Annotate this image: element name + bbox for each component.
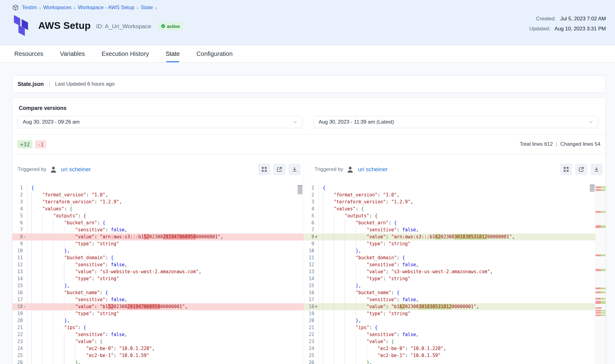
panel-header: Triggered by uri scheiner (304, 154, 606, 185)
changed-lines: Changed lines 54 (560, 141, 600, 147)
code-line: 9 "type": "string" (304, 240, 606, 247)
package-cube-icon (12, 4, 19, 11)
tab-configuration[interactable]: Configuration (196, 46, 233, 62)
created-label: Created: (536, 16, 556, 22)
code-line: 20 }, (12, 317, 304, 324)
code-line: 5 "outputs": { (304, 213, 606, 219)
code-line: 21 "ips": { (304, 324, 606, 331)
code-line: 20 }, (304, 317, 606, 324)
code-line: 25 "ec2-be-1": "10.0.1.59" (12, 352, 304, 359)
breadcrumb-state[interactable]: State (141, 5, 153, 11)
code-line: 14 "type": "string" (12, 275, 304, 282)
code-line: 23 "value": { (304, 338, 606, 345)
chevron-down-icon (292, 119, 298, 125)
code-line: 26 }, (12, 359, 304, 364)
version-select-right-value: Aug 30, 2023 - 11:39 am (Latest) (319, 119, 394, 125)
code-line: 14 "type": "string" (304, 275, 606, 282)
triggered-by-label: Triggered by (315, 166, 343, 172)
code-line: 6 "bucket_arn": { (12, 219, 304, 226)
code-line: 3 "terraform_version": "1.2.9", (304, 199, 606, 206)
added-lines-chip: +32 (18, 140, 32, 148)
code-line: 18+ "value": "b1620230830183853181200000… (304, 303, 606, 310)
state-file-bar: State.json | Last Updated 6 hours ago (12, 76, 606, 93)
code-line: 2 "format_version": "1.0", (12, 192, 304, 199)
code-line: 4 "values": { (12, 206, 304, 213)
code-editor-new[interactable]: 1{2 "format_version": "1.0",3 "terraform… (304, 185, 606, 364)
breadcrumb-workspaces[interactable]: Workspaces (43, 5, 71, 11)
version-select-left[interactable]: Aug 30, 2023 - 09:26 am (18, 116, 302, 128)
code-line: 10 }, (12, 247, 304, 254)
total-lines: Total lines 612 (520, 141, 553, 147)
divider: | (49, 81, 50, 88)
diff-panel-old: Triggered by uri scheiner (12, 154, 304, 364)
person-icon (50, 165, 57, 173)
status-badge-label: active (167, 24, 180, 29)
terraform-logo (12, 15, 30, 36)
breadcrumb-separator: › (74, 5, 75, 10)
removed-lines-chip: -1 (35, 140, 46, 148)
open-external-icon[interactable] (575, 164, 587, 175)
code-line: 16 "bucket_name": { (304, 289, 606, 296)
breadcrumb-separator: › (155, 5, 157, 10)
workspace-tabs: Resources Variables Execution History St… (0, 46, 615, 63)
triggered-by-user-link[interactable]: uri scheiner (358, 166, 388, 173)
code-line: 17 "sensitive": false, (304, 296, 606, 303)
code-line: 1{ (12, 185, 304, 192)
code-line: 23 "value": { (12, 338, 304, 345)
code-line: 17 "sensitive": false, (12, 296, 304, 303)
divider: | (556, 141, 557, 147)
breadcrumb-testim[interactable]: Testim (22, 5, 37, 11)
breadcrumb-separator: › (39, 5, 41, 10)
line-summary: Total lines 612 | Changed lines 54 (520, 141, 600, 147)
expand-icon[interactable] (560, 164, 572, 175)
updated-label: Updated: (529, 26, 550, 32)
state-last-updated: Last Updated 6 hours ago (55, 81, 114, 87)
open-external-icon[interactable] (273, 164, 285, 175)
tab-variables[interactable]: Variables (60, 46, 85, 62)
code-line: 21 "ips": { (12, 324, 304, 331)
code-line: 8- "value": "arn:aws:s3:::b1520230829194… (12, 233, 304, 240)
diff-panel-new: Triggered by uri scheiner (304, 154, 606, 364)
code-line: 25 "ec2-be-1": "10.0.1.59" (304, 352, 606, 359)
workspace-header: Testim › Workspaces › Workspace - AWS Se… (0, 0, 615, 46)
tab-state[interactable]: State (166, 46, 180, 62)
code-line: 24 "ec2-be-0": "10.0.1.220", (12, 345, 304, 352)
code-line: 10 }, (304, 247, 606, 254)
code-line: 22 "sensitive": false, (304, 331, 606, 338)
tab-resources[interactable]: Resources (14, 46, 43, 62)
code-line: 11 "bucket_domain": { (304, 254, 606, 261)
diff-overview-ruler[interactable] (595, 185, 606, 364)
triggered-by-user-link[interactable]: uri scheiner (61, 166, 91, 173)
code-line: 13 "value": "s3-website-us-west-2.amazon… (304, 268, 606, 275)
tab-execution-history[interactable]: Execution History (102, 46, 149, 62)
workspace-id: ID: A_Uri_Workspace (96, 23, 151, 30)
code-line: 15 }, (12, 282, 304, 289)
scrollbar-thumb[interactable] (298, 185, 302, 194)
version-select-right[interactable]: Aug 30, 2023 - 11:39 am (Latest) (313, 116, 598, 128)
code-line: 5 "outputs": { (12, 213, 304, 219)
code-line: 26 }, (304, 359, 606, 364)
compare-versions-heading: Compare versions (19, 105, 598, 111)
code-line: 24 "ec2-be-0": "10.0.1.220", (304, 345, 606, 352)
code-line: 8+ "value": "arn:aws:s3:::b1620230830183… (304, 233, 606, 240)
breadcrumb-separator: › (137, 5, 138, 10)
check-circle-icon (161, 24, 165, 28)
diff-counts-row: +32 -1 Total lines 612 | Changed lines 5… (12, 134, 606, 154)
triggered-by-label: Triggered by (18, 166, 46, 172)
download-icon[interactable] (590, 164, 603, 175)
chevron-down-icon (588, 119, 594, 125)
breadcrumb-workspace-aws-setup[interactable]: Workspace - AWS Setup (78, 5, 134, 11)
scrollbar-thumb[interactable] (590, 185, 595, 192)
created-value: Jul 5, 2023 7:02 AM (560, 16, 606, 22)
code-line: 11 "bucket_domain": { (12, 254, 304, 261)
code-line: 9 "type": "string" (12, 240, 304, 247)
expand-icon[interactable] (258, 164, 270, 175)
code-line: 1{ (304, 185, 606, 192)
updated-value: Aug 10, 2023 3:31 PM (555, 26, 606, 32)
code-line: 12 "sensitive": false, (12, 261, 304, 268)
code-editor-old[interactable]: 1{2 "format_version": "1.0",3 "terraform… (12, 185, 304, 364)
breadcrumb: Testim › Workspaces › Workspace - AWS Se… (12, 4, 606, 11)
download-icon[interactable] (289, 164, 301, 175)
code-line: 13 "value": "s3-website-us-west-2.amazon… (12, 268, 304, 275)
code-line: 4 "values": { (304, 206, 606, 213)
